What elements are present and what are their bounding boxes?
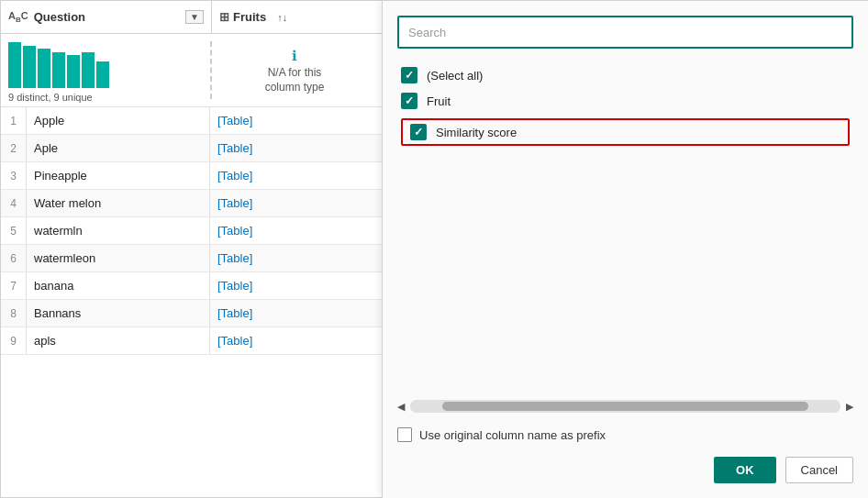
scroll-right-arrow[interactable]: ▶ (846, 401, 853, 413)
table-row[interactable]: 5watermln[Table] (1, 217, 384, 245)
checkbox-label-fruit: Fruit (427, 94, 451, 108)
abc-icon: ABC (8, 10, 28, 24)
prefix-row[interactable]: Use original column name as prefix (397, 427, 853, 442)
sort-icon[interactable]: ↑↓ (277, 12, 287, 23)
na-section: ℹ N/A for this column type (210, 41, 377, 99)
row-question: Pineapple (27, 162, 210, 189)
row-question: banana (27, 272, 210, 299)
bar (82, 52, 95, 88)
checkbox-item-fruit[interactable]: ✓ Fruit (401, 93, 850, 109)
table-row[interactable]: 9apls[Table] (1, 327, 384, 355)
checkbox-list: ✓ (Select all) ✓ Fruit ✓ Similarity scor… (397, 60, 853, 385)
scroll-left-arrow[interactable]: ◀ (397, 401, 405, 413)
row-question: Water melon (27, 190, 210, 216)
bar (23, 46, 36, 88)
row-fruits[interactable]: [Table] (210, 135, 384, 161)
bars-section: 9 distinct, 9 unique (1, 34, 203, 106)
row-number: 5 (1, 217, 27, 244)
ok-button[interactable]: OK (714, 457, 776, 483)
grid-icon: ⊞ (219, 10, 229, 24)
row-question: Apple (27, 107, 210, 134)
col-fruits-label: Fruits (233, 10, 266, 24)
bars-row (8, 38, 195, 88)
row-number: 1 (1, 107, 27, 134)
chart-label: 9 distinct, 9 unique (8, 88, 195, 103)
prefix-label: Use original column name as prefix (419, 428, 606, 442)
row-number: 6 (1, 245, 27, 271)
bar (38, 49, 50, 88)
checkbox-select-all[interactable]: ✓ (401, 67, 417, 83)
button-row: OK Cancel (397, 457, 853, 483)
checkbox-item-similarity[interactable]: ✓ Similarity score (401, 118, 850, 146)
info-icon: ℹ (292, 48, 297, 64)
table-row[interactable]: 1Apple[Table] (1, 107, 384, 135)
bar (96, 61, 109, 88)
row-question: apls (27, 327, 210, 354)
row-question: Aple (27, 135, 210, 161)
table-row[interactable]: 2Aple[Table] (1, 135, 384, 162)
row-fruits[interactable]: [Table] (210, 272, 384, 299)
col-header-question: ABC Question ▼ (1, 1, 212, 33)
checkbox-fruit[interactable]: ✓ (401, 93, 417, 109)
table-row[interactable]: 3Pineapple[Table] (1, 162, 384, 190)
col-question-label: Question (34, 10, 85, 24)
checkbox-item-select-all[interactable]: ✓ (Select all) (401, 67, 850, 83)
row-question: watermleon (27, 245, 210, 271)
checkbox-label-similarity: Similarity score (436, 126, 517, 139)
table-row[interactable]: 4Water melon[Table] (1, 190, 384, 217)
table-panel: ABC Question ▼ ⊞ Fruits ↑↓ 9 distinct, 9… (0, 0, 385, 498)
table-rows: 1Apple[Table]2Aple[Table]3Pineapple[Tabl… (1, 107, 384, 497)
row-question: watermln (27, 217, 210, 244)
dialog-panel: ✓ (Select all) ✓ Fruit ✓ Similarity scor… (382, 0, 868, 498)
table-row[interactable]: 6watermleon[Table] (1, 245, 384, 272)
row-number: 3 (1, 162, 27, 189)
prefix-checkbox[interactable] (397, 427, 412, 442)
bar (67, 55, 80, 88)
table-row[interactable]: 7banana[Table] (1, 272, 384, 300)
row-fruits[interactable]: [Table] (210, 162, 384, 189)
row-number: 9 (1, 327, 27, 354)
na-text-line2: column type (265, 81, 325, 94)
scroll-track[interactable] (410, 400, 840, 413)
scroll-thumb (442, 402, 808, 411)
chart-area: 9 distinct, 9 unique ℹ N/A for this colu… (1, 34, 384, 107)
table-row[interactable]: 8Bannans[Table] (1, 300, 384, 327)
checkbox-similarity[interactable]: ✓ (410, 124, 427, 140)
row-number: 7 (1, 272, 27, 299)
search-input[interactable] (397, 16, 853, 49)
bar (8, 42, 21, 88)
row-fruits[interactable]: [Table] (210, 190, 384, 216)
col-header-fruits: ⊞ Fruits ↑↓ (212, 1, 384, 33)
bar (52, 52, 65, 88)
cancel-button[interactable]: Cancel (785, 457, 853, 483)
checkbox-label-select-all: (Select all) (427, 69, 483, 83)
dropdown-icon[interactable]: ▼ (185, 10, 204, 24)
row-number: 2 (1, 135, 27, 161)
row-fruits[interactable]: [Table] (210, 327, 384, 354)
na-text-line1: N/A for this (268, 66, 322, 79)
scroll-row: ◀ ▶ (397, 396, 853, 416)
row-number: 4 (1, 190, 27, 216)
search-input-wrapper (397, 16, 853, 49)
row-fruits[interactable]: [Table] (210, 107, 384, 134)
row-question: Bannans (27, 300, 210, 326)
row-fruits[interactable]: [Table] (210, 300, 384, 326)
table-header: ABC Question ▼ ⊞ Fruits ↑↓ (1, 1, 384, 34)
row-fruits[interactable]: [Table] (210, 217, 384, 244)
row-fruits[interactable]: [Table] (210, 245, 384, 271)
row-number: 8 (1, 300, 27, 326)
